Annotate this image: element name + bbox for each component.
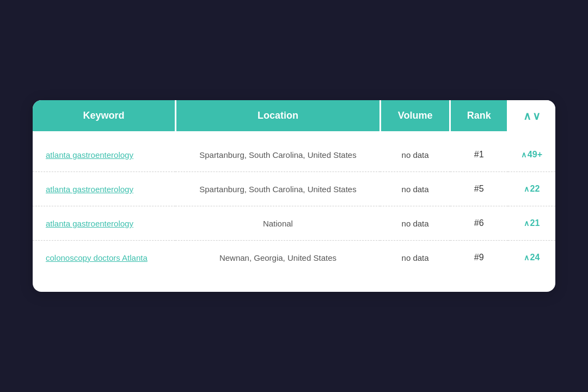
keyword-link[interactable]: atlanta gastroenterology [46, 219, 133, 228]
sort-up-icon[interactable]: ∧ [523, 111, 531, 121]
table-row: atlanta gastroenterology National no dat… [33, 206, 555, 241]
volume-value: no data [402, 150, 429, 160]
table-row: atlanta gastroenterology Spartanburg, So… [33, 172, 555, 206]
table-wrapper: Keyword Location Volume Rank ∧ ∨ [33, 100, 555, 274]
volume-cell: no data [380, 206, 450, 241]
keyword-cell: atlanta gastroenterology [33, 206, 175, 241]
location-text: Newnan, Georgia, United States [219, 253, 336, 262]
rank-cell: #5 [450, 172, 508, 206]
change-arrow-icon: ∧ [521, 150, 526, 159]
change-cell: ∧ 21 [508, 206, 555, 241]
rank-cell: #9 [450, 241, 508, 275]
sort-down-icon[interactable]: ∨ [532, 111, 541, 121]
rank-cell: #6 [450, 206, 508, 241]
location-text: Spartanburg, South Carolina, United Stat… [199, 150, 357, 160]
change-cell: ∧ 22 [508, 172, 555, 206]
rank-value: #1 [474, 150, 484, 159]
volume-value: no data [402, 185, 429, 194]
header-sort[interactable]: ∧ ∨ [508, 100, 555, 131]
keyword-link[interactable]: atlanta gastroenterology [46, 185, 133, 194]
location-cell: Spartanburg, South Carolina, United Stat… [175, 138, 380, 172]
keyword-cell: atlanta gastroenterology [33, 138, 175, 172]
volume-cell: no data [380, 241, 450, 275]
change-arrow-icon: ∧ [524, 185, 529, 193]
keyword-table: Keyword Location Volume Rank ∧ ∨ [33, 100, 555, 274]
volume-cell: no data [380, 172, 450, 206]
table-row: atlanta gastroenterology Spartanburg, So… [33, 138, 555, 172]
keyword-cell: colonoscopy doctors Atlanta [33, 241, 175, 275]
header-rank: Rank [450, 100, 508, 131]
table-header-row: Keyword Location Volume Rank ∧ ∨ [33, 100, 555, 131]
change-value: ∧ 22 [521, 184, 542, 194]
change-value: ∧ 49+ [521, 150, 542, 160]
keyword-link[interactable]: atlanta gastroenterology [46, 150, 133, 160]
change-cell: ∧ 24 [508, 241, 555, 275]
volume-value: no data [402, 253, 429, 262]
table-row: colonoscopy doctors Atlanta Newnan, Geor… [33, 241, 555, 275]
location-cell: National [175, 206, 380, 241]
location-text: Spartanburg, South Carolina, United Stat… [199, 185, 357, 194]
rank-value: #6 [474, 218, 484, 228]
header-volume: Volume [380, 100, 450, 131]
change-arrow-icon: ∧ [524, 253, 529, 262]
keyword-cell: atlanta gastroenterology [33, 172, 175, 206]
spacer-row [33, 131, 555, 138]
volume-cell: no data [380, 138, 450, 172]
location-cell: Newnan, Georgia, United States [175, 241, 380, 275]
sort-icons[interactable]: ∧ ∨ [522, 111, 542, 121]
rank-cell: #1 [450, 138, 508, 172]
change-cell: ∧ 49+ [508, 138, 555, 172]
header-keyword: Keyword [33, 100, 175, 131]
keyword-link[interactable]: colonoscopy doctors Atlanta [46, 253, 148, 262]
main-card: Keyword Location Volume Rank ∧ ∨ [33, 100, 555, 292]
location-text: National [263, 219, 293, 228]
header-location: Location [175, 100, 380, 131]
rank-value: #5 [474, 184, 484, 193]
location-cell: Spartanburg, South Carolina, United Stat… [175, 172, 380, 206]
change-value: ∧ 21 [521, 218, 542, 228]
rank-value: #9 [474, 253, 484, 262]
change-value: ∧ 24 [521, 253, 542, 262]
volume-value: no data [402, 219, 429, 228]
change-arrow-icon: ∧ [524, 219, 529, 228]
